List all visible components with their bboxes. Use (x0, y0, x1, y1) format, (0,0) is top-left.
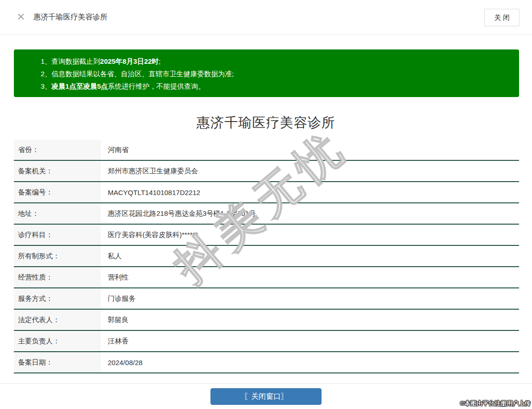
row-label: 诊疗科目： (14, 225, 101, 245)
row-value: 营利性 (101, 267, 519, 287)
notice-line-1: 1、查询数据截止到2025年8月3日22时; (41, 55, 510, 67)
table-row: 诊疗科目： 医疗美容科(美容皮肤科)****** (14, 225, 519, 246)
row-label: 地址： (14, 203, 101, 224)
close-button[interactable]: 关 闭 (484, 9, 520, 26)
row-value: MACYQTLT141010817D2212 (101, 182, 519, 202)
row-value: 门诊服务 (101, 288, 519, 309)
table-row: 地址： 惠济区花园北路218号惠达金苑3号楼1-2层101号 (14, 203, 519, 225)
table-row: 备案日期： 2024/08/28 (14, 352, 519, 373)
notice-box: 1、查询数据截止到2025年8月3日22时; 2、信息数据结果以各省、自治区、直… (14, 49, 519, 97)
row-value: 汪林香 (101, 331, 519, 351)
row-value: 郭留良 (101, 310, 519, 330)
table-row: 法定代表人： 郭留良 (14, 310, 519, 331)
table-row: 主要负责人： 汪林香 (14, 331, 519, 352)
notice-bold: 2025年8月3日22时 (100, 57, 159, 65)
row-label: 经营性质： (14, 267, 101, 287)
row-value: 私人 (101, 246, 519, 266)
window-title: 惠济千瑜医疗美容诊所 (33, 12, 107, 22)
page-title: 惠济千瑜医疗美容诊所 (0, 114, 532, 132)
row-value: 惠济区花园北路218号惠达金苑3号楼1-2层101号 (101, 203, 519, 224)
row-value: 河南省 (101, 140, 519, 160)
table-row: 省份： 河南省 (14, 140, 519, 161)
notice-text: ; (159, 57, 161, 65)
top-bar: ✕ 惠济千瑜医疗美容诊所 关 闭 (0, 0, 532, 35)
notice-num: 1、 (41, 57, 51, 65)
row-value: 2024/08/28 (101, 352, 519, 372)
row-label: 备案日期： (14, 352, 101, 372)
row-label: 法定代表人： (14, 310, 101, 330)
info-table: 省份： 河南省 备案机关： 郑州市惠济区卫生健康委员会 备案编号： MACYQT… (14, 140, 519, 373)
row-label: 备案机关： (14, 161, 101, 181)
row-value: 医疗美容科(美容皮肤科)****** (101, 225, 519, 245)
notice-line-3: 3、凌晨1点至凌晨5点系统进行维护，不能提供查询。 (41, 80, 510, 92)
close-window-button[interactable]: 〖关闭窗口〗 (210, 388, 322, 405)
notice-text: 信息数据结果以各省、自治区、直辖市卫生健康委数据为准; (51, 70, 234, 78)
table-row: 备案机关： 郑州市惠济区卫生健康委员会 (14, 161, 519, 182)
notice-text: 查询数据截止到 (51, 57, 100, 65)
close-x-icon[interactable]: ✕ (17, 12, 25, 22)
row-label: 主要负责人： (14, 331, 101, 351)
table-row: 备案编号： MACYQTLT141010817D2212 (14, 182, 519, 203)
row-label: 服务方式： (14, 288, 101, 309)
notice-text: 系统进行维护，不能提供查询。 (108, 82, 205, 90)
table-row: 服务方式： 门诊服务 (14, 288, 519, 310)
table-row: 所有制形式： 私人 (14, 246, 519, 267)
row-label: 备案编号： (14, 182, 101, 202)
table-row: 经营性质： 营利性 (14, 267, 519, 288)
row-value: 郑州市惠济区卫生健康委员会 (101, 161, 519, 181)
notice-num: 2、 (41, 70, 51, 78)
notice-line-2: 2、信息数据结果以各省、自治区、直辖市卫生健康委数据为准; (41, 67, 510, 80)
row-label: 所有制形式： (14, 246, 101, 266)
notice-num: 3、 (41, 82, 51, 90)
notice-bold: 凌晨1点至凌晨5点 (51, 82, 108, 90)
row-label: 省份： (14, 140, 101, 160)
button-area: 〖关闭窗口〗 (0, 388, 532, 405)
bottom-divider (0, 383, 532, 384)
